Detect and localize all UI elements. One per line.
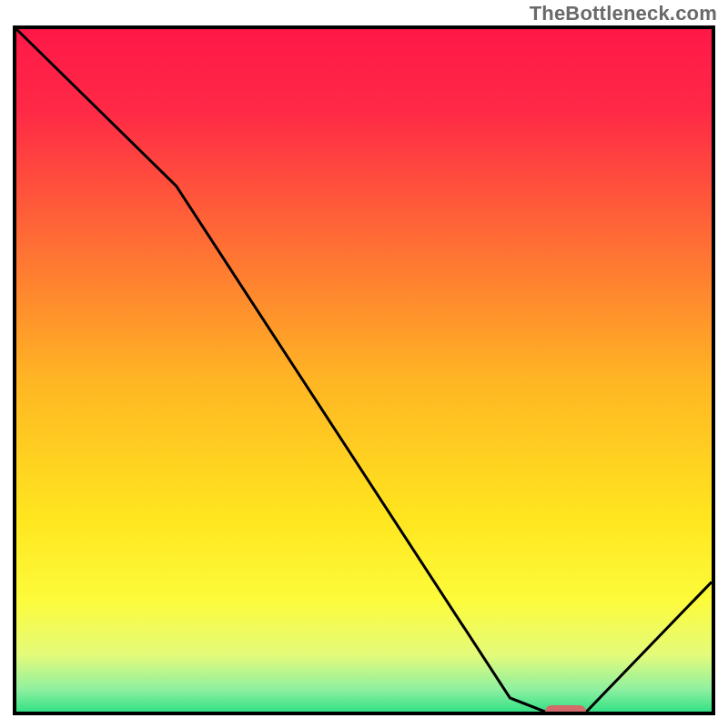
attribution-label: TheBottleneck.com [530, 2, 717, 25]
optimal-range-marker [545, 705, 587, 715]
plot-frame [13, 25, 715, 715]
bottleneck-curve [16, 29, 712, 712]
chart-container: TheBottleneck.com [0, 0, 728, 728]
